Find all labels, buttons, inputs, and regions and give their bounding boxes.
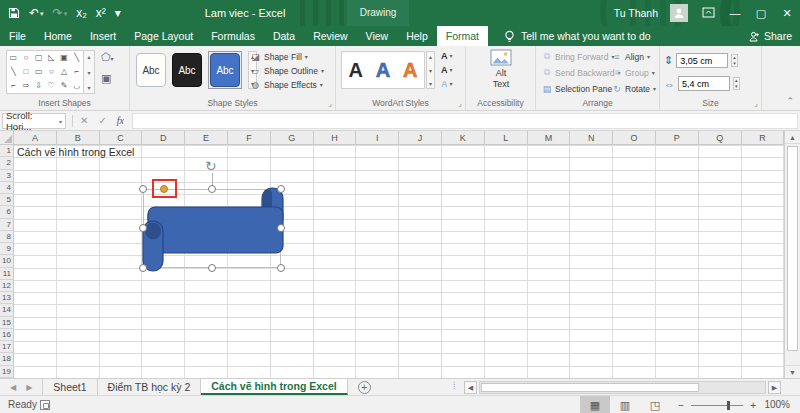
height-spinner[interactable]: ▴▾ xyxy=(731,54,738,67)
sheet-tab[interactable]: Cách vẽ hình trong Excel xyxy=(201,379,347,395)
insert-function-icon[interactable]: fx xyxy=(117,115,124,126)
horizontal-scroll-thumb[interactable] xyxy=(481,383,699,392)
row-header[interactable]: 7 xyxy=(0,219,14,231)
row-header[interactable]: 3 xyxy=(0,170,14,182)
shape-glyph-icon[interactable]: ▣ xyxy=(60,54,68,62)
row-header[interactable]: 6 xyxy=(0,206,14,218)
tell-me-box[interactable]: Tell me what you want to do xyxy=(504,26,651,46)
resize-handle-bottom-right[interactable] xyxy=(277,264,285,272)
text-effects-button[interactable]: A▾ xyxy=(441,77,453,90)
subscript-button[interactable]: x₂ xyxy=(76,7,87,19)
ribbon-tab[interactable]: Format xyxy=(437,26,488,46)
shape-glyph-icon[interactable]: □ xyxy=(24,68,29,76)
column-header[interactable]: R xyxy=(742,131,785,145)
width-spinner[interactable]: ▴▾ xyxy=(733,77,740,90)
row-header[interactable]: 10 xyxy=(0,255,14,267)
arrange-button[interactable]: ⧉ Bring Forward ▾ xyxy=(542,50,621,63)
column-header[interactable]: C xyxy=(100,131,143,145)
row-header[interactable]: 8 xyxy=(0,231,14,243)
wordart-style-black[interactable]: A xyxy=(348,60,362,80)
shape-glyph-icon[interactable]: ▢ xyxy=(35,54,43,62)
collapse-ribbon-icon[interactable]: ⌃ xyxy=(786,96,794,106)
wordart-gallery[interactable]: A A A xyxy=(341,51,425,89)
shape-style-button[interactable]: ◪ Shape Fill ▾ xyxy=(250,50,324,63)
page-layout-view-button[interactable]: ▥ xyxy=(610,396,640,413)
shape-style-preview-selected[interactable]: Abc xyxy=(208,51,242,89)
shape-glyph-icon[interactable]: ○ xyxy=(49,68,54,76)
column-header[interactable]: M xyxy=(528,131,571,145)
arrange-button[interactable]: ⧉ Send Backward ▾ xyxy=(542,66,621,79)
shape-glyph-icon[interactable]: ⇩ xyxy=(35,82,42,90)
shape-glyph-icon[interactable]: ♡ xyxy=(48,82,55,90)
resize-handle-top-middle[interactable] xyxy=(208,185,216,193)
arrange-button[interactable]: ▤ Selection Pane xyxy=(542,82,621,95)
superscript-button[interactable]: x² xyxy=(96,7,106,19)
row-header[interactable]: 19 xyxy=(0,366,14,378)
hscroll-left-icon[interactable]: ◀ xyxy=(464,381,477,394)
arrange-button[interactable]: ≡ Align ▾ xyxy=(612,50,656,63)
wordart-style-blue[interactable]: A xyxy=(376,60,390,80)
macro-record-icon[interactable] xyxy=(40,400,50,410)
edit-shape-icon[interactable]: ⬠▾ xyxy=(101,51,114,64)
horizontal-scroll-shape[interactable] xyxy=(141,185,285,273)
arrange-button[interactable]: ↻ Rotate ▾ xyxy=(612,82,656,95)
column-header[interactable]: I xyxy=(356,131,399,145)
arrange-button[interactable]: ⧈ Group ▾ xyxy=(612,66,656,79)
cell-area[interactable] xyxy=(14,145,784,378)
tab-scroll-splitter[interactable]: ⁞ xyxy=(453,381,456,391)
column-header[interactable]: O xyxy=(613,131,656,145)
resize-handle-middle-left[interactable] xyxy=(139,224,147,232)
column-header[interactable]: K xyxy=(442,131,485,145)
enter-icon[interactable]: ✓ xyxy=(98,115,106,126)
shape-glyph-icon[interactable]: ╲ xyxy=(74,54,79,62)
ribbon-tab[interactable]: Home xyxy=(35,26,81,46)
minimize-button[interactable]: — xyxy=(728,7,742,19)
row-header[interactable]: 12 xyxy=(0,280,14,292)
row-header[interactable]: 4 xyxy=(0,182,14,194)
shape-glyph-icon[interactable]: ◡ xyxy=(73,82,80,90)
yellow-adjust-handle[interactable] xyxy=(160,185,168,193)
close-button[interactable]: ✕ xyxy=(780,7,794,20)
ribbon-tab[interactable]: Formulas xyxy=(202,26,264,46)
redo-button[interactable]: ↷▾ xyxy=(53,7,68,19)
select-all-corner[interactable] xyxy=(0,131,14,145)
shape-glyph-icon[interactable]: △ xyxy=(61,68,67,76)
column-header[interactable]: F xyxy=(228,131,271,145)
zoom-in-icon[interactable]: + xyxy=(750,400,756,411)
formula-input[interactable] xyxy=(132,113,798,129)
column-header[interactable]: E xyxy=(185,131,228,145)
row-header[interactable]: 16 xyxy=(0,329,14,341)
column-header[interactable]: H xyxy=(314,131,357,145)
shape-style-preview-2[interactable]: Abc xyxy=(172,53,202,87)
ribbon-tab[interactable]: Page Layout xyxy=(125,26,202,46)
shape-glyph-icon[interactable]: ○ xyxy=(24,54,29,62)
resize-handle-middle-right[interactable] xyxy=(277,224,285,232)
ribbon-tab[interactable]: Insert xyxy=(81,26,125,46)
normal-view-button[interactable]: ▦ xyxy=(580,396,610,413)
wordart-style-orange[interactable]: A xyxy=(403,60,417,80)
shape-style-button[interactable]: ▱ Shape Outline ▾ xyxy=(250,64,324,77)
undo-button[interactable]: ↶▾ xyxy=(29,7,44,19)
ribbon-tab[interactable]: Data xyxy=(264,26,304,46)
zoom-slider-thumb[interactable] xyxy=(727,401,730,410)
resize-handle-bottom-middle[interactable] xyxy=(208,264,216,272)
save-icon[interactable] xyxy=(8,7,20,19)
shape-glyph-icon[interactable]: ▭ xyxy=(10,54,18,62)
shape-gallery[interactable]: ▭○▢◺▣╲╲□▭○△⌐⌐⇨⇩♡✎◡ xyxy=(6,50,84,94)
shape-glyph-icon[interactable]: ✎ xyxy=(61,82,68,90)
row-header[interactable]: 2 xyxy=(0,157,14,169)
column-header[interactable]: B xyxy=(57,131,100,145)
zoom-out-icon[interactable]: − xyxy=(678,400,684,411)
column-header[interactable]: N xyxy=(570,131,613,145)
ribbon-tab[interactable]: Help xyxy=(397,26,437,46)
shape-glyph-icon[interactable]: ⌐ xyxy=(11,82,16,90)
scroll-up-icon[interactable]: ▲ xyxy=(785,131,800,144)
row-header[interactable]: 14 xyxy=(0,304,14,316)
text-outline-button[interactable]: A▾ xyxy=(441,63,453,76)
row-header[interactable]: 17 xyxy=(0,341,14,353)
user-name[interactable]: Tu Thanh xyxy=(614,7,658,19)
ribbon-tab[interactable]: View xyxy=(357,26,398,46)
shape-width-input[interactable] xyxy=(678,76,730,91)
text-box-icon[interactable]: ▣ xyxy=(101,72,114,85)
shape-glyph-icon[interactable]: ╲ xyxy=(11,68,16,76)
